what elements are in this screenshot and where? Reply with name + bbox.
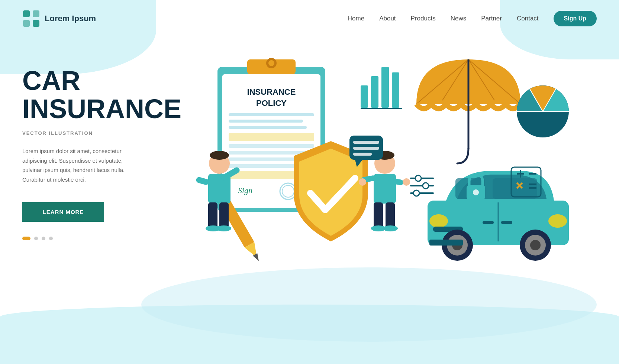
main-content: CAR INSURANCE VECTOR ILLUSTRATION Lorem …: [0, 37, 619, 364]
svg-point-91: [473, 189, 479, 195]
svg-text:Sign: Sign: [238, 186, 252, 195]
pagination-dots: [22, 237, 138, 240]
hero-title: CAR INSURANCE: [22, 67, 138, 123]
brand-name: Lorem Ipsum: [45, 14, 96, 23]
left-panel: CAR INSURANCE VECTOR ILLUSTRATION Lorem …: [0, 37, 160, 364]
svg-point-46: [383, 225, 398, 231]
svg-point-42: [403, 178, 410, 186]
nav-about[interactable]: About: [379, 15, 396, 22]
dot-1[interactable]: [22, 237, 30, 240]
nav-news[interactable]: News: [451, 15, 467, 22]
nav-home[interactable]: Home: [348, 15, 364, 22]
dot-4[interactable]: [49, 237, 53, 240]
svg-rect-32: [208, 202, 217, 228]
hero-subtitle: VECTOR ILLUSTRATION: [22, 130, 138, 136]
svg-point-7: [268, 60, 274, 66]
svg-rect-44: [386, 202, 395, 228]
learn-more-button[interactable]: LEARN MORE: [22, 202, 104, 222]
right-panel: INSURANCE POLICY Sign: [160, 37, 619, 364]
svg-rect-3: [33, 20, 39, 27]
svg-rect-2: [23, 20, 30, 27]
svg-rect-15: [229, 144, 314, 148]
nav-contact[interactable]: Contact: [517, 15, 539, 22]
svg-rect-0: [23, 10, 30, 17]
dot-3[interactable]: [42, 237, 45, 240]
dot-2[interactable]: [34, 237, 38, 240]
svg-rect-11: [229, 113, 314, 116]
svg-point-87: [423, 183, 429, 189]
svg-point-51: [548, 214, 567, 228]
svg-rect-30: [196, 176, 210, 186]
svg-rect-33: [219, 202, 229, 228]
svg-rect-61: [501, 221, 512, 224]
svg-point-41: [359, 178, 366, 186]
nav-partner[interactable]: Partner: [481, 15, 502, 22]
svg-rect-12: [229, 120, 303, 123]
logo-area: Lorem Ipsum: [22, 10, 96, 27]
svg-point-58: [530, 240, 541, 250]
svg-rect-81: [353, 141, 379, 144]
svg-point-85: [415, 175, 421, 181]
svg-rect-72: [392, 72, 399, 108]
main-nav: Home About Products News Partner Contact…: [348, 11, 597, 26]
hero-title-line2: INSURANCE: [22, 94, 181, 124]
svg-rect-82: [353, 147, 379, 150]
svg-rect-60: [483, 221, 494, 224]
svg-rect-70: [371, 76, 378, 108]
hero-description: Lorem ipsum dolor sit amet, consectetur …: [22, 146, 138, 184]
svg-text:POLICY: POLICY: [256, 98, 287, 108]
svg-rect-1: [33, 10, 39, 17]
svg-point-50: [429, 214, 448, 228]
svg-rect-14: [229, 133, 314, 141]
svg-point-28: [210, 151, 229, 160]
svg-rect-69: [361, 85, 368, 108]
svg-rect-71: [381, 67, 389, 108]
svg-point-35: [216, 225, 231, 231]
header: Lorem Ipsum Home About Products News Par…: [0, 0, 619, 37]
svg-rect-83: [353, 153, 372, 156]
nav-products[interactable]: Products: [411, 15, 436, 22]
signup-button[interactable]: Sign Up: [554, 11, 597, 26]
svg-point-89: [413, 190, 419, 196]
svg-rect-43: [374, 202, 383, 228]
svg-text:INSURANCE: INSURANCE: [247, 87, 296, 97]
svg-rect-62: [429, 240, 463, 246]
main-illustration: INSURANCE POLICY Sign: [160, 37, 591, 349]
hero-title-line1: CAR: [22, 66, 80, 95]
logo-icon: [22, 10, 40, 27]
svg-rect-13: [229, 126, 307, 129]
